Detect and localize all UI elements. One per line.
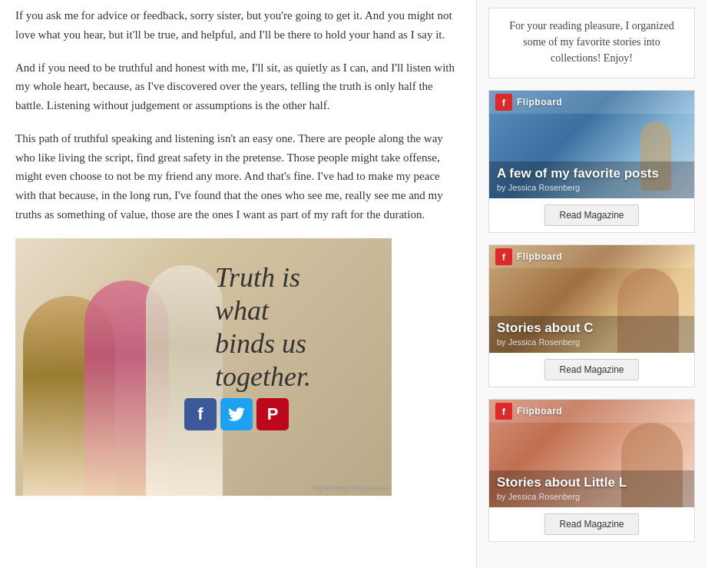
card-2-bg: f Flipboard Stories about C by Jessica R… <box>489 245 694 353</box>
quote-text-overlay: Truth iswhatbinds ustogether. <box>215 261 384 394</box>
card-1-image: f Flipboard A few of my favorite posts b… <box>489 91 694 198</box>
card-1-logo-bar: f Flipboard <box>489 91 694 114</box>
quote-image: Truth iswhatbinds ustogether. f P higher… <box>15 238 392 496</box>
card-2-image: f Flipboard Stories about C by Jessica R… <box>489 245 694 353</box>
card-3-logo-bar: f Flipboard <box>489 400 694 423</box>
card-2-title: Stories about C <box>497 321 687 336</box>
main-content: If you ask me for advice or feedback, so… <box>0 0 476 568</box>
women-silhouettes <box>15 238 223 496</box>
sidebar: For your reading pleasure, I organized s… <box>476 0 706 568</box>
flipboard-card-1: f Flipboard A few of my favorite posts b… <box>488 90 695 233</box>
flipboard-label-2: Flipboard <box>517 251 562 262</box>
quote-text: Truth iswhatbinds ustogether. <box>215 261 384 394</box>
flipboard-icon-2: f <box>495 248 512 265</box>
card-3-title: Stories about Little L <box>497 475 687 490</box>
flipboard-card-2: f Flipboard Stories about C by Jessica R… <box>488 244 695 387</box>
flipboard-icon-3: f <box>495 403 512 420</box>
read-magazine-button-2[interactable]: Read Magazine <box>544 359 638 380</box>
card-1-title: A few of my favorite posts <box>497 166 687 181</box>
twitter-share-button[interactable] <box>220 398 253 430</box>
card-1-author: by Jessica Rosenberg <box>497 183 687 192</box>
flipboard-label-1: Flipboard <box>517 97 562 108</box>
flipboard-card-3: f Flipboard Stories about Little L by Je… <box>488 399 695 542</box>
card-3-bg: f Flipboard Stories about Little L by Je… <box>489 400 694 507</box>
social-buttons[interactable]: f P <box>184 398 289 430</box>
card-1-footer: Read Magazine <box>489 198 694 232</box>
card-2-footer: Read Magazine <box>489 353 694 387</box>
read-magazine-button-3[interactable]: Read Magazine <box>544 513 638 535</box>
card-1-text-overlay: A few of my favorite posts by Jessica Ro… <box>489 161 694 198</box>
card-3-image: f Flipboard Stories about Little L by Je… <box>489 400 694 507</box>
image-watermark: higherliving lifestyle.com <box>313 484 388 492</box>
card-3-footer: Read Magazine <box>489 507 694 541</box>
card-3-author: by Jessica Rosenberg <box>497 492 687 501</box>
flipboard-icon-1: f <box>495 94 512 111</box>
flipboard-label-3: Flipboard <box>517 406 562 417</box>
card-1-bg: f Flipboard A few of my favorite posts b… <box>489 91 694 198</box>
card-2-logo-bar: f Flipboard <box>489 245 694 268</box>
facebook-share-button[interactable]: f <box>184 398 217 430</box>
sidebar-intro: For your reading pleasure, I organized s… <box>488 8 695 78</box>
card-2-text-overlay: Stories about C by Jessica Rosenberg <box>489 316 694 353</box>
card-2-author: by Jessica Rosenberg <box>497 337 687 347</box>
paragraph-2: And if you need to be truthful and hones… <box>15 58 461 115</box>
woman-3-silhouette <box>146 265 223 496</box>
card-3-text-overlay: Stories about Little L by Jessica Rosenb… <box>489 470 694 507</box>
read-magazine-button-1[interactable]: Read Magazine <box>544 204 638 226</box>
pinterest-share-button[interactable]: P <box>256 398 289 430</box>
paragraph-3: This path of truthful speaking and liste… <box>15 129 461 224</box>
paragraph-1: If you ask me for advice or feedback, so… <box>15 6 461 45</box>
